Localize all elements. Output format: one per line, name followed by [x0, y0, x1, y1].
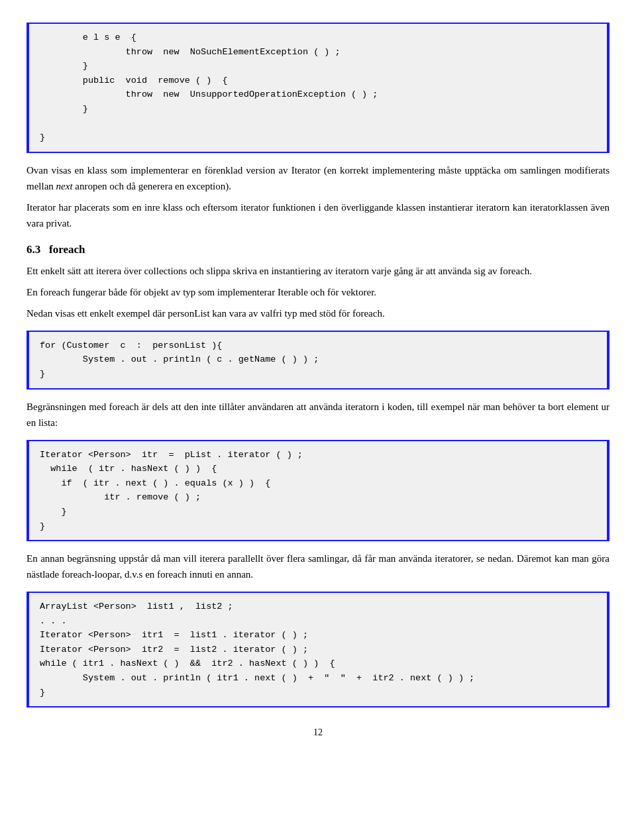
code-block-2: for (Customer c : personList ){ System .… [26, 331, 610, 390]
section-title: foreach [49, 243, 85, 256]
italic-next: next [56, 181, 73, 191]
section-number: 6.3 [26, 243, 40, 256]
page-number: 12 [26, 727, 610, 738]
section-63-heading: 6.3 foreach [26, 243, 610, 256]
paragraph-2: Iterator har placerats som en inre klass… [26, 199, 610, 231]
paragraph-1: Ovan visas en klass som implementerar en… [26, 162, 610, 194]
paragraph-7: En annan begränsning uppstår då man vill… [26, 551, 610, 582]
code-block-1: e l s e { throw new NoSuchElementExcepti… [26, 23, 610, 153]
paragraph-4: En foreach fungerar både för objekt av t… [26, 284, 610, 300]
code-block-3: Iterator <Person> itr = pList . iterator… [26, 440, 610, 542]
paragraph-3: Ett enkelt sätt att iterera över collect… [26, 263, 610, 279]
paragraph-5: Nedan visas ett enkelt exempel där perso… [26, 305, 610, 321]
paragraph-6: Begränsningen med foreach är dels att de… [26, 399, 610, 431]
code-block-4: ArrayList <Person> list1 , list2 ; . . .… [26, 592, 610, 708]
